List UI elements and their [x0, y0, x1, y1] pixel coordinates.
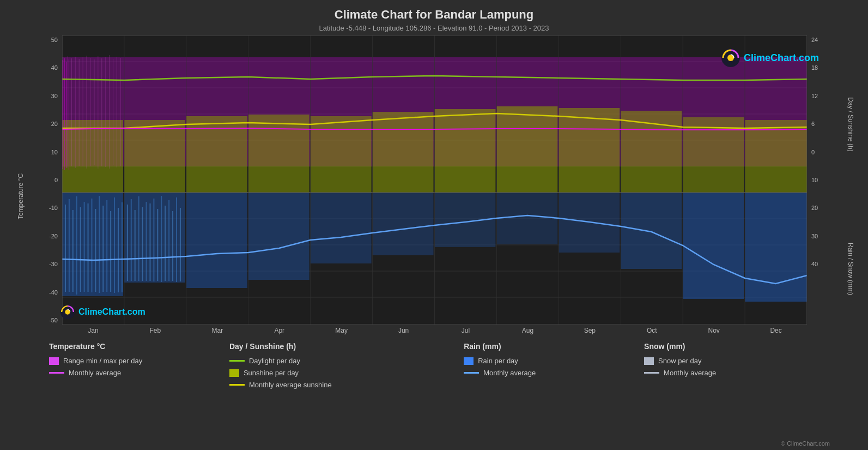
svg-rect-101: [117, 57, 117, 167]
y-axis-right-title-top: Day / Sunshine (h): [847, 97, 854, 151]
y-right-20: 20: [809, 205, 820, 211]
svg-rect-85: [66, 62, 67, 168]
svg-rect-25: [99, 196, 100, 293]
svg-rect-88: [68, 56, 68, 168]
y-left-40: 40: [49, 64, 60, 71]
svg-rect-93: [87, 56, 87, 169]
svg-rect-34: [131, 199, 132, 281]
x-nov: Nov: [683, 327, 745, 334]
svg-rect-51: [373, 193, 434, 255]
legend-daylight-label: Daylight per day: [249, 357, 300, 365]
legend-snow-swatch: [644, 357, 654, 365]
y-left-n40: -40: [47, 289, 60, 296]
legend-snow-avg: Monthly average: [644, 369, 824, 377]
svg-rect-46: [176, 197, 177, 282]
svg-rect-16: [65, 205, 66, 292]
legend-snow-title: Snow (mm): [644, 342, 824, 351]
svg-rect-66: [496, 106, 557, 193]
svg-rect-42: [161, 196, 162, 282]
legend-snow-avg-swatch: [644, 372, 659, 374]
x-may: May: [311, 327, 373, 334]
legend-sunshine-avg-swatch: [229, 384, 245, 386]
legend-sunshine-avg: Monthly average sunshine: [229, 381, 464, 389]
svg-rect-87: [64, 57, 64, 166]
svg-rect-98: [105, 57, 106, 167]
legend-rain-per-day: Rain per day: [464, 357, 644, 365]
svg-rect-35: [135, 210, 136, 281]
svg-rect-99: [109, 55, 110, 169]
legend-daylight-swatch: [229, 360, 245, 362]
legend-snow-avg-label: Monthly average: [664, 369, 716, 377]
chart-title: Climate Chart for Bandar Lampung: [0, 0, 868, 22]
svg-rect-64: [373, 112, 434, 193]
y-left-n10: -10: [47, 205, 60, 211]
svg-rect-44: [168, 200, 169, 281]
svg-rect-91: [79, 59, 80, 166]
logo-icon-bottom: [60, 304, 75, 320]
y-left-n30: -30: [47, 261, 60, 267]
y-right-6: 6: [809, 121, 817, 127]
y-right-10: 10: [809, 177, 820, 183]
svg-rect-31: [122, 202, 123, 292]
legend-rain-title: Rain (mm): [464, 342, 644, 351]
legend-rain-swatch: [464, 357, 474, 365]
legend-temp-range-swatch: [49, 357, 59, 365]
x-feb: Feb: [124, 327, 186, 334]
x-jul: Jul: [435, 327, 497, 334]
y-right-40: 40: [809, 261, 820, 267]
svg-rect-37: [142, 207, 143, 281]
y-left-30: 30: [49, 93, 60, 99]
svg-rect-30: [118, 208, 119, 292]
svg-rect-45: [172, 211, 173, 281]
svg-rect-63: [311, 116, 372, 193]
legend-temp-avg-swatch: [49, 372, 64, 374]
watermark-top: ClimeChart.com: [721, 48, 819, 68]
svg-rect-61: [186, 116, 247, 193]
svg-rect-21: [84, 202, 85, 292]
svg-rect-48: [186, 193, 247, 288]
y-right-24: 24: [809, 37, 820, 43]
legend-sunshine-per-day: Sunshine per day: [229, 369, 464, 377]
x-jun: Jun: [373, 327, 435, 334]
svg-rect-84: [64, 58, 65, 170]
svg-rect-90: [75, 57, 76, 168]
svg-rect-102: [120, 58, 121, 166]
svg-rect-20: [80, 207, 81, 292]
svg-rect-70: [745, 120, 807, 193]
svg-rect-53: [496, 193, 557, 244]
legend-temp-avg-label: Monthly average: [69, 369, 121, 377]
svg-rect-40: [153, 199, 154, 281]
x-jan: Jan: [62, 327, 124, 334]
legend-sunshine-per-day-label: Sunshine per day: [244, 369, 299, 377]
svg-rect-86: [69, 59, 69, 170]
y-left-n20: -20: [47, 233, 60, 239]
svg-rect-22: [88, 203, 89, 292]
svg-rect-56: [683, 193, 744, 299]
y-right-0: 0: [809, 149, 817, 155]
main-container: Climate Chart for Bandar Lampung Latitud…: [0, 0, 868, 450]
svg-rect-18: [72, 210, 74, 292]
svg-rect-41: [157, 209, 158, 281]
svg-rect-92: [83, 57, 83, 166]
svg-rect-26: [102, 206, 104, 292]
legend-rain-per-day-label: Rain per day: [478, 357, 518, 365]
svg-rect-55: [621, 193, 682, 269]
svg-rect-67: [559, 108, 620, 193]
legend-daylight: Daylight per day: [229, 357, 464, 365]
y-axis-left-title: Temperature °C: [17, 173, 25, 219]
svg-rect-28: [110, 211, 111, 292]
x-mar: Mar: [186, 327, 248, 334]
y-right-12: 12: [809, 93, 820, 99]
x-aug: Aug: [496, 327, 559, 334]
legend-rain-avg: Monthly average: [464, 369, 644, 377]
x-dec: Dec: [745, 327, 807, 334]
svg-rect-39: [149, 203, 150, 281]
svg-rect-38: [146, 202, 147, 281]
y-left-50: 50: [49, 37, 60, 43]
legend-temp-avg: Monthly average: [49, 369, 229, 377]
chart-subtitle: Latitude -5.448 - Longitude 105.286 - El…: [0, 24, 868, 32]
svg-rect-57: [745, 193, 807, 302]
watermark-text-top: ClimeChart.com: [744, 52, 819, 64]
legend-temp-range-label: Range min / max per day: [63, 357, 142, 365]
svg-rect-94: [90, 58, 91, 166]
